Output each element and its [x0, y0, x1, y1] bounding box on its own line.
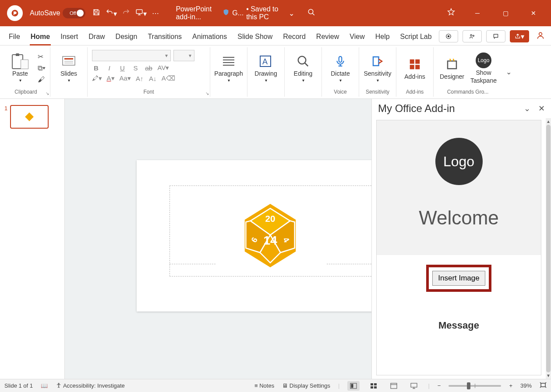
svg-rect-20	[448, 61, 456, 69]
tab-transitions[interactable]: Transitions	[142, 29, 187, 45]
addins-icon	[408, 56, 421, 72]
tab-help[interactable]: Help	[370, 29, 395, 45]
premium-icon[interactable]	[447, 8, 456, 18]
dictate-button[interactable]: Dictate ▾	[325, 53, 356, 83]
title-bar: AutoSave Off ▾ ▾ ⋯ PowerPoint add-in... …	[0, 0, 551, 26]
designer-button[interactable]: Designer	[436, 56, 468, 80]
sorter-view-button[interactable]	[367, 381, 380, 391]
display-settings-button[interactable]: 🖥 Display Settings	[282, 382, 330, 389]
cut-icon[interactable]: ✂	[38, 52, 46, 61]
clear-format-button[interactable]: A⌫	[162, 74, 175, 82]
record-button[interactable]	[439, 30, 458, 42]
format-painter-icon[interactable]: 🖌	[38, 76, 46, 84]
underline-button[interactable]: U	[118, 64, 127, 72]
reading-view-button[interactable]	[388, 381, 400, 391]
group-font: ▾ ▾ B I U S ab AV▾ 🖍▾ A▾ Aa▾ A↑ A↓ A⌫ Fo…	[88, 47, 210, 97]
notes-button[interactable]: ≡ Notes	[254, 382, 274, 389]
normal-view-button[interactable]	[347, 381, 360, 391]
highlight-button[interactable]: 🖍▾	[92, 74, 102, 82]
slide-indicator[interactable]: Slide 1 of 1	[4, 382, 33, 389]
scroll-down-icon[interactable]: ▼	[546, 373, 551, 378]
collapse-ribbon-button[interactable]: ⌄	[502, 47, 515, 97]
taskpane-close-icon[interactable]: ✕	[538, 104, 545, 113]
taskpane-scrollbar[interactable]: ▲ ▼	[546, 118, 551, 379]
slide-canvas[interactable]: 20 14 6 4	[65, 99, 371, 379]
filename-area[interactable]: PowerPoint add-in... G... • Saved to thi…	[176, 5, 294, 21]
svg-point-14	[298, 56, 306, 64]
save-icon[interactable]	[92, 8, 100, 18]
editing-button[interactable]: Editing ▾	[287, 53, 319, 83]
sensitivity-button[interactable]: Sensitivity ▾	[362, 53, 393, 83]
paragraph-button[interactable]: Paragraph ▾	[213, 53, 244, 83]
account-icon[interactable]	[533, 31, 547, 42]
clipboard-launcher[interactable]: ↘	[46, 91, 49, 96]
svg-rect-35	[371, 386, 373, 388]
close-button[interactable]: ✕	[525, 10, 542, 17]
minimize-button[interactable]: ─	[469, 10, 486, 17]
copy-icon[interactable]: ⧉▾	[38, 64, 46, 72]
font-color-button[interactable]: A▾	[106, 74, 115, 82]
thumbnail-item[interactable]: 1	[4, 105, 60, 129]
zoom-level[interactable]: 39%	[520, 382, 532, 389]
zoom-out-button[interactable]: −	[438, 382, 441, 389]
comments-button[interactable]	[486, 30, 505, 42]
slideshow-view-button[interactable]	[408, 381, 420, 391]
customize-qat-icon[interactable]: ⋯	[152, 9, 159, 18]
tab-home[interactable]: Home	[25, 29, 55, 45]
tab-insert[interactable]: Insert	[55, 29, 83, 45]
shrink-font-button[interactable]: A↓	[148, 75, 157, 82]
tab-scriptlab[interactable]: Script Lab	[395, 29, 437, 45]
redo-icon[interactable]	[122, 8, 130, 18]
bold-button[interactable]: B	[92, 64, 101, 72]
tab-slideshow[interactable]: Slide Show	[232, 29, 278, 45]
thumbnail-preview[interactable]	[10, 105, 49, 129]
maximize-button[interactable]: ▢	[497, 10, 514, 17]
spacing-button[interactable]: AV▾	[158, 64, 170, 72]
paste-icon	[12, 53, 28, 69]
chevron-down-icon[interactable]: ⌄	[289, 9, 294, 18]
strikethrough-button[interactable]: ab	[145, 64, 153, 72]
share-button[interactable]: ▾	[510, 30, 529, 42]
tab-animations[interactable]: Animations	[187, 29, 232, 45]
paste-button[interactable]: Paste ▾	[4, 53, 36, 83]
slide-number: 1	[4, 105, 7, 129]
grow-font-button[interactable]: A↑	[135, 75, 144, 82]
undo-icon[interactable]: ▾	[106, 8, 117, 18]
autosave-toggle[interactable]: AutoSave Off	[30, 8, 85, 18]
insert-image-button[interactable]: Insert Image	[432, 271, 485, 286]
quick-access: ▾ ▾ ⋯	[92, 8, 159, 18]
search-icon[interactable]	[307, 8, 315, 18]
designer-icon	[445, 56, 459, 72]
autosave-switch[interactable]: Off	[63, 8, 85, 18]
addins-button[interactable]: Add-ins	[399, 56, 431, 80]
zoom-slider[interactable]	[449, 385, 501, 387]
present-icon[interactable]: ▾	[135, 8, 147, 18]
change-case-button[interactable]: Aa▾	[120, 74, 131, 82]
spellcheck-icon[interactable]: 📖	[41, 382, 48, 389]
tab-view[interactable]: View	[344, 29, 370, 45]
svg-point-4	[448, 35, 450, 38]
taskpane-menu-icon[interactable]: ⌄	[524, 104, 530, 113]
slide[interactable]: 20 14 6 4	[137, 160, 371, 312]
slides-button[interactable]: Slides ▾	[53, 53, 85, 83]
accessibility-status[interactable]: Accessibility: Investigate	[56, 382, 125, 389]
tab-review[interactable]: Review	[311, 29, 344, 45]
drawing-button[interactable]: A Drawing ▾	[250, 53, 282, 83]
font-launcher[interactable]: ↘	[205, 91, 209, 96]
italic-button[interactable]: I	[105, 64, 114, 72]
file-name: PowerPoint add-in...	[176, 5, 220, 21]
font-family-select[interactable]: ▾	[92, 50, 171, 61]
teams-button[interactable]	[463, 30, 482, 42]
scroll-thumb[interactable]	[546, 125, 551, 372]
tab-draw[interactable]: Draw	[83, 29, 110, 45]
font-size-select[interactable]: ▾	[173, 50, 194, 61]
fit-window-button[interactable]	[540, 382, 547, 389]
find-icon	[297, 53, 310, 69]
shadow-button[interactable]: S	[131, 64, 140, 72]
tab-file[interactable]: File	[4, 29, 25, 45]
tab-design[interactable]: Design	[110, 29, 143, 45]
zoom-in-button[interactable]: +	[509, 382, 512, 389]
tab-record[interactable]: Record	[278, 29, 311, 45]
scroll-up-icon[interactable]: ▲	[546, 119, 551, 124]
show-taskpane-button[interactable]: Logo Show Taskpane	[468, 52, 499, 84]
